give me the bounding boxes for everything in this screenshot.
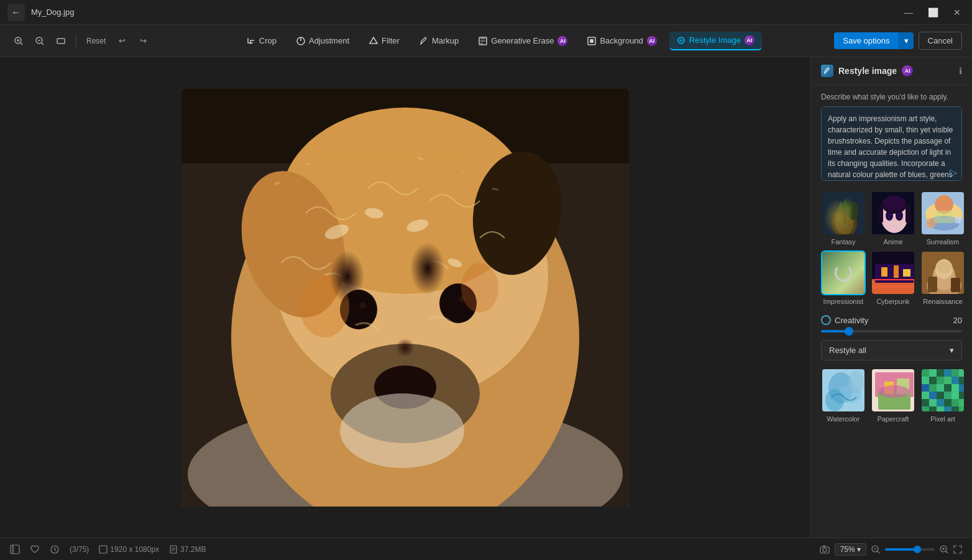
svg-rect-128 [959, 406, 965, 413]
pixelart-thumb-art [922, 369, 965, 413]
style-input-container: Apply an impressionism art style, charac… [821, 106, 962, 183]
svg-point-43 [832, 208, 857, 236]
zoom-value-display[interactable]: 75% ▾ [835, 543, 866, 556]
svg-point-27 [441, 285, 475, 322]
creativity-icon [821, 315, 831, 325]
svg-point-15 [188, 400, 623, 507]
svg-point-91 [879, 385, 910, 398]
style-item-impressionist[interactable]: Impressionist [821, 250, 866, 305]
panel-header: Restyle image AI ℹ [811, 57, 972, 85]
creativity-header: Creativity 20 [821, 315, 962, 325]
close-button[interactable]: ✕ [950, 6, 965, 19]
save-options-dropdown-button[interactable]: ▾ [899, 32, 914, 49]
svg-point-47 [848, 201, 858, 220]
svg-rect-122 [959, 399, 965, 406]
zoom-slider[interactable] [885, 548, 935, 551]
history-button[interactable] [50, 544, 60, 554]
toolbar-center: Crop Adjustment Filter Markup [169, 32, 832, 50]
svg-point-17 [275, 151, 548, 400]
redo-button[interactable]: ↪ [134, 32, 152, 50]
svg-point-57 [887, 212, 892, 219]
filter-tool[interactable]: Filter [362, 32, 407, 49]
style-item-anime[interactable]: Anime [871, 191, 915, 246]
zoom-in-status[interactable] [940, 545, 948, 554]
describe-label: Describe what style you'd like to apply. [821, 93, 962, 101]
info-icon[interactable]: ℹ [959, 66, 962, 76]
svg-rect-98 [959, 369, 965, 377]
panel-toggle[interactable] [10, 544, 20, 554]
style-grid-bottom: Watercolor Papercraft [821, 368, 962, 423]
adjustment-tool[interactable]: Adjustment [289, 32, 357, 49]
svg-line-5 [42, 43, 44, 45]
zoom-out-button[interactable] [31, 32, 48, 50]
zoom-out-status[interactable] [871, 545, 880, 554]
svg-rect-108 [944, 384, 951, 392]
background-label: Background [600, 36, 643, 45]
cyberpunk-thumb [871, 250, 915, 295]
surrealism-thumb [920, 191, 965, 236]
svg-point-135 [823, 548, 827, 552]
send-icon[interactable]: ▷ [950, 167, 957, 178]
maximize-button[interactable]: ⬜ [924, 6, 942, 19]
svg-point-65 [954, 216, 961, 224]
svg-point-36 [364, 206, 384, 219]
file-size: 37.2MB [180, 545, 206, 554]
svg-rect-33 [461, 168, 466, 172]
aspect-ratio-button[interactable] [52, 32, 70, 50]
restyle-image-tool[interactable]: Restyle Image AI [669, 32, 762, 50]
restyle-all-dropdown[interactable]: Restyle all ▾ [821, 340, 962, 360]
crop-label: Crop [259, 36, 277, 45]
renaissance-label: Renaissance [923, 298, 963, 305]
creativity-slider[interactable] [821, 330, 962, 333]
dog-image [181, 89, 629, 507]
svg-rect-71 [903, 269, 910, 277]
svg-point-22 [374, 365, 436, 409]
reset-button[interactable]: Reset [83, 32, 109, 50]
svg-point-41 [461, 263, 498, 313]
zoom-percentage: 75% [840, 545, 855, 554]
minimize-button[interactable]: — [901, 6, 917, 19]
zoom-in-button[interactable] [10, 32, 27, 50]
zoom-value-container: 75% ▾ [835, 543, 866, 556]
anime-label: Anime [883, 238, 902, 246]
fullscreen-button[interactable] [953, 545, 962, 554]
style-item-cyberpunk[interactable]: Cyberpunk [871, 250, 915, 305]
style-item-renaissance[interactable]: Renaissance [920, 250, 965, 305]
crop-tool[interactable]: Crop [239, 32, 284, 49]
svg-rect-95 [937, 369, 944, 377]
svg-rect-96 [944, 369, 951, 377]
style-item-surrealism[interactable]: Surrealism [920, 191, 965, 246]
svg-rect-118 [929, 399, 937, 406]
style-item-watercolor[interactable]: Watercolor [821, 368, 866, 423]
style-item-pixelart[interactable]: Pixel art [920, 368, 965, 423]
screenshot-button[interactable] [820, 544, 830, 554]
cancel-button[interactable]: Cancel [919, 32, 962, 50]
back-button[interactable]: ← [7, 4, 25, 21]
undo-button[interactable]: ↩ [113, 32, 131, 50]
style-grid-middle: Impressionist [821, 250, 962, 305]
zoom-slider-thumb[interactable] [914, 546, 921, 553]
markup-tool[interactable]: Markup [412, 32, 466, 49]
background-tool[interactable]: Background AI [580, 32, 664, 50]
watercolor-thumb [821, 368, 866, 413]
svg-rect-53 [878, 204, 883, 223]
svg-rect-120 [944, 399, 951, 406]
watercolor-thumb-art [822, 369, 866, 413]
save-options-button[interactable]: Save options [834, 32, 898, 49]
creativity-slider-thumb[interactable] [845, 327, 853, 336]
svg-rect-100 [929, 377, 937, 384]
save-options-group: Save options ▾ [834, 32, 913, 49]
panel-title: Restyle image [838, 66, 897, 76]
favorite-button[interactable] [30, 544, 40, 554]
zoom-slider-fill [885, 548, 915, 551]
style-item-fantasy[interactable]: Fantasy [821, 191, 866, 246]
anime-thumb [871, 191, 915, 236]
style-item-papercraft[interactable]: Papercraft [871, 368, 915, 423]
anime-thumb-art [872, 192, 915, 236]
svg-marker-45 [839, 198, 850, 214]
svg-line-138 [878, 551, 879, 553]
svg-rect-79 [928, 277, 937, 292]
style-text-input[interactable]: Apply an impressionism art style, charac… [821, 106, 962, 181]
style-grid-top: Fantasy [821, 191, 962, 246]
generative-erase-tool[interactable]: Generative Erase AI [471, 32, 575, 50]
